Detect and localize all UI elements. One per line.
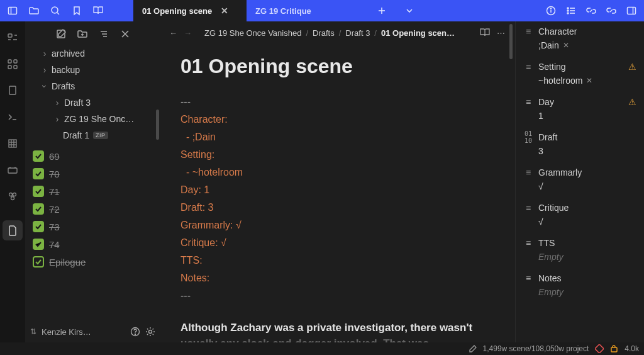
prop-critique[interactable]: ≡Critique √ xyxy=(516,198,644,233)
svg-rect-24 xyxy=(9,140,16,147)
checkbox-checked-icon[interactable] xyxy=(33,203,44,215)
typewriter-icon[interactable] xyxy=(5,162,20,178)
frontmatter[interactable]: --- Character: - ;Dain Setting: - ~hotel… xyxy=(180,93,495,305)
new-note-icon[interactable] xyxy=(55,28,67,40)
close-icon[interactable]: ✕ xyxy=(221,6,228,16)
tree-item-draft1[interactable]: Draft 1ZIP xyxy=(25,127,157,144)
check-item[interactable]: 74 xyxy=(33,235,158,253)
tree-item-drafts[interactable]: ›Drafts xyxy=(25,78,157,94)
check-item[interactable]: 71 xyxy=(33,183,158,200)
editor-body[interactable]: 01 Opening scene --- Character: - ;Dain … xyxy=(160,45,515,342)
help-icon[interactable] xyxy=(130,327,140,337)
reading-icon[interactable] xyxy=(88,0,108,21)
gear-icon[interactable] xyxy=(145,327,155,337)
collapse-icon[interactable] xyxy=(119,28,131,40)
svg-rect-19 xyxy=(14,60,17,63)
remove-tag-icon[interactable]: ✕ xyxy=(586,76,592,85)
status-sync-off-icon[interactable] xyxy=(595,344,604,353)
backlinks-icon[interactable] xyxy=(581,0,601,21)
checkbox-checked-icon[interactable] xyxy=(33,239,44,250)
graph-icon[interactable] xyxy=(5,57,20,72)
tab-strip: 01 Opening scene ✕ ZG 19 Critique xyxy=(133,0,421,21)
svg-rect-15 xyxy=(628,8,636,14)
more-icon[interactable]: ⋯ xyxy=(497,28,506,38)
document-body[interactable]: Although Zachary was a private investiga… xyxy=(180,320,495,342)
checkbox-checked-icon[interactable] xyxy=(33,221,44,232)
checkbox-checked-icon[interactable] xyxy=(33,186,44,197)
status-edit-icon[interactable] xyxy=(469,345,477,352)
sort-icon[interactable] xyxy=(97,28,110,40)
sidebar-scrollbar[interactable] xyxy=(156,110,159,140)
plugins-icon[interactable] xyxy=(5,189,20,204)
check-item[interactable]: 72 xyxy=(33,200,158,218)
svg-point-2 xyxy=(52,7,58,13)
breadcrumb[interactable]: ZG 19 She Once Vanished/ Drafts/ Draft 3… xyxy=(204,28,473,38)
prop-day[interactable]: ≡Day⚠ 1 xyxy=(516,92,644,127)
checkbox-checked-icon[interactable] xyxy=(33,256,44,268)
list-icon: ≡ xyxy=(523,26,533,37)
sidebar-toggle-icon[interactable] xyxy=(3,0,23,21)
svg-point-44 xyxy=(135,334,135,334)
list-icon: ≡ xyxy=(523,203,533,213)
tree-item-draft3[interactable]: ›Draft 3 xyxy=(25,94,157,111)
vault-name: Kenzie Kirs… xyxy=(42,327,125,337)
remove-tag-icon[interactable]: ✕ xyxy=(563,41,569,50)
tab-critique[interactable]: ZG 19 Critique xyxy=(247,0,360,21)
prop-draft[interactable]: 0110Draft 3 xyxy=(516,127,644,162)
nav-forward-icon[interactable]: → xyxy=(184,28,192,38)
warning-icon: ⚠ xyxy=(628,97,636,107)
status-file-size[interactable]: 4.0k xyxy=(625,344,639,353)
tab-label: ZG 19 Critique xyxy=(255,6,311,16)
checkbox-checked-icon[interactable] xyxy=(33,150,44,162)
info-icon[interactable] xyxy=(541,0,561,21)
svg-point-32 xyxy=(9,193,13,196)
check-item[interactable]: 69 xyxy=(33,147,158,165)
svg-rect-46 xyxy=(595,344,604,353)
prop-tts[interactable]: ≡TTS Empty xyxy=(516,233,644,268)
new-tab-button[interactable] xyxy=(370,0,394,21)
file-explorer-tab[interactable] xyxy=(3,220,23,240)
svg-rect-18 xyxy=(8,60,11,63)
tab-dropdown-button[interactable] xyxy=(397,0,421,21)
prop-grammarly[interactable]: ≡Grammarly √ xyxy=(516,162,644,198)
titlebar: 01 Opening scene ✕ ZG 19 Critique xyxy=(0,0,644,21)
tree-item-backup[interactable]: ›backup xyxy=(25,62,157,78)
tab-opening-scene[interactable]: 01 Opening scene ✕ xyxy=(133,0,247,21)
tree-item-archived[interactable]: ›archived xyxy=(25,45,157,62)
tree-item-zg19[interactable]: ›ZG 19 She Onc… xyxy=(25,111,157,127)
search-icon[interactable] xyxy=(45,0,65,21)
vault-switcher[interactable]: ⇅ Kenzie Kirs… xyxy=(25,321,160,342)
prop-notes[interactable]: ≡Notes Empty xyxy=(516,268,644,303)
outline-icon[interactable] xyxy=(561,0,581,21)
folder-icon[interactable] xyxy=(24,0,44,21)
checkbox-checked-icon[interactable] xyxy=(33,168,44,179)
check-item[interactable]: 73 xyxy=(33,218,158,235)
table-icon[interactable] xyxy=(5,136,20,151)
svg-rect-20 xyxy=(8,65,11,69)
bookmark-icon[interactable] xyxy=(67,0,87,21)
chevron-right-icon: › xyxy=(53,98,62,108)
svg-point-45 xyxy=(149,330,152,334)
svg-rect-21 xyxy=(14,65,17,69)
status-word-count[interactable]: 1,499w scene/108,050w project xyxy=(483,344,589,353)
svg-rect-17 xyxy=(8,34,12,37)
status-backup-icon[interactable] xyxy=(610,345,618,353)
canvas-icon[interactable] xyxy=(5,83,20,98)
prop-character[interactable]: ≡Character ;Dain✕ xyxy=(516,21,644,57)
tab-label: 01 Opening scene xyxy=(142,6,212,16)
check-item[interactable]: 70 xyxy=(33,165,158,183)
chevron-right-icon: › xyxy=(40,65,49,75)
nav-back-icon[interactable]: ← xyxy=(169,28,177,38)
outgoing-links-icon[interactable] xyxy=(601,0,621,21)
editor-toolbar: ← → ZG 19 She Once Vanished/ Drafts/ Dra… xyxy=(160,21,515,45)
reading-mode-icon[interactable] xyxy=(479,28,491,38)
checklist: 69 70 71 72 73 74 Epilogue xyxy=(25,144,160,271)
quick-switcher-icon[interactable] xyxy=(5,30,20,45)
right-sidebar-toggle-icon[interactable] xyxy=(621,0,641,21)
new-folder-icon[interactable] xyxy=(76,28,89,40)
check-item[interactable]: Epilogue xyxy=(33,253,158,271)
terminal-icon[interactable] xyxy=(5,110,20,125)
svg-point-33 xyxy=(13,193,16,196)
prop-setting[interactable]: ≡Setting⚠ ~hotelroom✕ xyxy=(516,57,644,92)
list-icon: ≡ xyxy=(523,62,533,72)
